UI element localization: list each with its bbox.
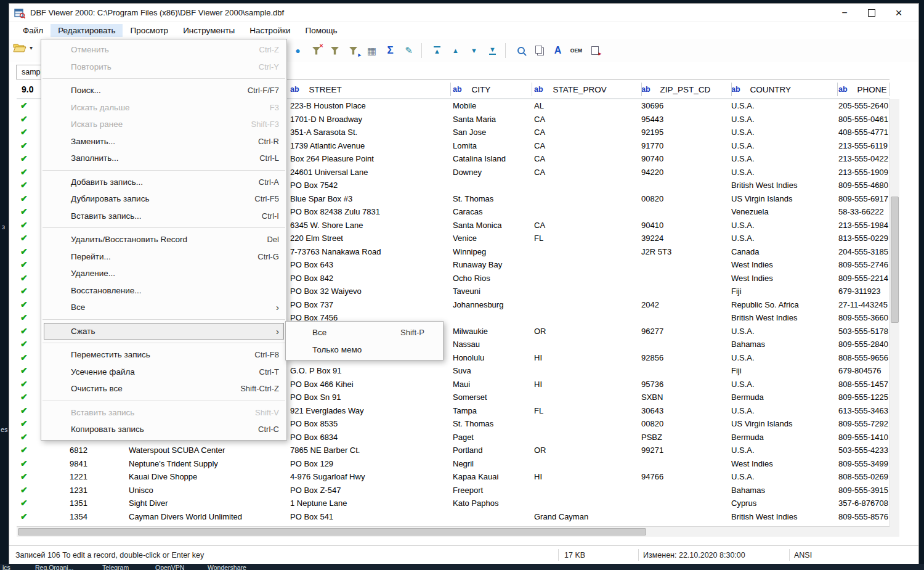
- table-row[interactable]: ✔9841Neptune's Trident SupplyPO Box 129N…: [17, 457, 890, 471]
- taskbar-item[interactable]: Wondershare: [208, 564, 246, 570]
- menu-item-label: Очистить все: [71, 384, 123, 393]
- cell-city: [453, 311, 529, 325]
- cell-country: U.S.A.: [731, 470, 835, 484]
- title-bar[interactable]: DBF Viewer 2000: C:\Program Files (x86)\…: [9, 4, 918, 22]
- cleanup-icon[interactable]: ✎: [401, 43, 416, 59]
- column-header-phone[interactable]: abPHONE: [838, 80, 889, 99]
- oem-icon[interactable]: OEM: [569, 43, 584, 59]
- cell-country: Venezuela: [731, 205, 835, 219]
- menubar-item-settings[interactable]: Настройки: [242, 24, 298, 37]
- column-header-street[interactable]: abSTREET: [290, 80, 448, 99]
- horizontal-scrollbar-thumb[interactable]: [18, 528, 646, 535]
- last-record-icon[interactable]: ▼: [485, 43, 500, 59]
- menubar-item-tools[interactable]: Инструменты: [176, 24, 242, 37]
- taskbar-item[interactable]: Telegram: [102, 564, 129, 570]
- cell-phone: 809-555-1225: [838, 391, 889, 404]
- menu-item-compress[interactable]: Сжать›: [44, 323, 284, 340]
- column-header-country[interactable]: abCOUNTRY: [731, 80, 835, 99]
- submenu-item-compress-all[interactable]: ВсеShift-P: [286, 324, 443, 341]
- horizontal-scrollbar[interactable]: [17, 526, 890, 537]
- maximize-button[interactable]: [858, 4, 885, 22]
- column-header-city[interactable]: abCITY: [453, 80, 529, 99]
- next-record-icon[interactable]: ▼: [466, 43, 482, 59]
- menu-item-shortcut: Ctrl-Y: [259, 62, 279, 71]
- export-icon[interactable]: [587, 43, 602, 59]
- menu-item-duplicate-record[interactable]: Дублировать записьCtrl-F5: [41, 190, 286, 208]
- cell-country: Bermuda: [731, 391, 835, 404]
- glyph: ▦: [367, 45, 376, 57]
- open-file-icon[interactable]: [13, 43, 26, 53]
- cell-state: Grand Cayman: [534, 510, 639, 524]
- cell-state: OR: [534, 444, 639, 457]
- taskbar-item[interactable]: Reg.Organi...: [35, 564, 73, 570]
- cell-phone: 213-555-1909: [838, 166, 889, 179]
- cell-zip: 2042: [641, 298, 729, 312]
- taskbar-item[interactable]: ics: [2, 564, 10, 570]
- filter-icon[interactable]: [327, 43, 342, 59]
- table-row[interactable]: ✔1221Kauai Dive Shoppe4-976 Sugarloaf Hw…: [17, 470, 890, 484]
- menubar-item-file[interactable]: Файл: [15, 24, 51, 37]
- menu-item-label: Искать ранее: [71, 120, 123, 129]
- cell-country: West Indies: [731, 258, 835, 272]
- menu-item-move-record[interactable]: Переместить записьCtrl-F8: [41, 346, 286, 364]
- column-header-state[interactable]: abSTATE_PROV: [534, 80, 639, 99]
- table-row[interactable]: ✔1351Sight Diver1 Neptune LaneKato Papho…: [17, 497, 890, 510]
- column-separator: [837, 83, 838, 96]
- cell-state: CA: [534, 219, 639, 232]
- grid-icon[interactable]: ▦: [364, 43, 379, 59]
- menu-item-clear-all[interactable]: Очистить всеShift-Ctrl-Z: [41, 380, 286, 397]
- minimize-button[interactable]: −: [831, 4, 858, 22]
- vertical-scrollbar-thumb[interactable]: [891, 197, 899, 323]
- menu-item-fill[interactable]: Заполнить...Ctrl-L: [41, 150, 286, 167]
- submenu-item-compress-memo-only[interactable]: Только мемо: [286, 341, 443, 358]
- menu-item-goto[interactable]: Перейти...Ctrl-G: [41, 248, 286, 266]
- cell-country: Republic So. Africa: [731, 298, 835, 312]
- first-record-icon[interactable]: ▲: [429, 43, 445, 59]
- taskbar-item[interactable]: OpenVPN: [155, 564, 184, 570]
- copy-icon[interactable]: [532, 43, 547, 59]
- menubar-item-help[interactable]: Помощь: [298, 24, 345, 37]
- prev-record-icon[interactable]: ▲: [448, 43, 463, 59]
- filter-apply-icon[interactable]: ▸: [346, 43, 361, 59]
- cell-phone: 58-33-66222: [838, 205, 889, 219]
- cell-city: Downey: [453, 166, 529, 179]
- cell-state: HI: [534, 470, 639, 484]
- filter-clear-icon[interactable]: ✕: [309, 43, 324, 59]
- menu-item-delete-restore-record[interactable]: Удалить/Восстановить RecordDel: [41, 231, 286, 248]
- menu-item-replace[interactable]: Заменить...Ctrl-R: [41, 133, 286, 150]
- cell-country: British West Indies: [731, 311, 835, 325]
- table-row[interactable]: ✔1354Cayman Divers World UnlimitedPO Box…: [17, 510, 890, 524]
- export-page-shape: [591, 46, 599, 55]
- menu-item-add-record[interactable]: Добавить запись...Ctrl-A: [41, 174, 286, 191]
- menu-item-search[interactable]: Поиск...Ctrl-F/F7: [41, 82, 286, 99]
- close-button[interactable]: ×: [885, 4, 912, 22]
- font-icon[interactable]: A: [550, 43, 565, 59]
- cell-city: Kapaa Kauai: [453, 470, 529, 484]
- column-header-zip[interactable]: abZIP_PST_CD: [641, 80, 729, 99]
- find-record-icon[interactable]: [513, 43, 529, 59]
- menu-item-deletion[interactable]: Удаление...: [41, 265, 286, 282]
- menu-item-truncate-file[interactable]: Усечение файлаCtrl-T: [41, 364, 286, 381]
- menubar-item-edit[interactable]: Редактировать: [51, 24, 123, 37]
- menu-item-copy-record[interactable]: Копировать записьCtrl-C: [41, 421, 286, 438]
- menubar-item-view[interactable]: Просмотр: [123, 24, 176, 37]
- table-row[interactable]: ✔6812Waterspout SCUBA Center7865 NE Barb…: [17, 444, 890, 457]
- cell-country: U.S.A.: [731, 378, 835, 391]
- cell-phone: 679-311923: [838, 285, 889, 298]
- menu-item-restoration[interactable]: Восстановление...: [41, 282, 286, 299]
- open-file-dropdown-icon[interactable]: ▾: [30, 44, 33, 51]
- cell-phone: 809-555-2214: [838, 272, 889, 285]
- menu-item-all[interactable]: Все›: [41, 299, 286, 316]
- cell-street: 24601 Universal Lane: [290, 166, 448, 179]
- preview-icon[interactable]: ●: [290, 43, 306, 59]
- table-row[interactable]: ✔1231UniscoPO Box Z-547FreeportBahamas80…: [17, 484, 890, 497]
- cell-state: HI: [534, 378, 639, 391]
- sum-icon[interactable]: Σ: [383, 43, 398, 59]
- menu-item-insert-record[interactable]: Вставить запись...Ctrl-I: [41, 208, 286, 225]
- cell-street: PO Box 8535: [290, 417, 448, 431]
- cell-city: Winnipeg: [453, 245, 529, 259]
- cell-phone: 809-555-1410: [838, 431, 889, 444]
- status-bar: Записей 106 To edit a record, double-cli…: [9, 545, 918, 564]
- cell-city: San Jose: [453, 126, 529, 139]
- vertical-scrollbar[interactable]: [890, 99, 899, 526]
